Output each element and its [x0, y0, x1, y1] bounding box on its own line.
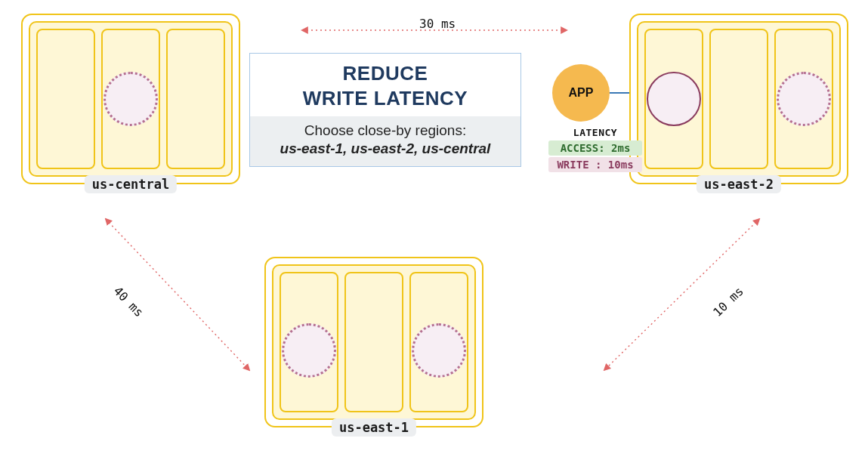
- slot: [101, 29, 160, 169]
- region-us-east-1: us-east-1: [264, 257, 483, 427]
- replica-dotted-icon: [103, 72, 158, 126]
- slot: [709, 29, 768, 169]
- replica-dotted-icon: [282, 323, 336, 378]
- region-label: us-east-1: [332, 418, 416, 437]
- app-node: APP: [552, 64, 610, 122]
- slot: [644, 29, 703, 169]
- slot: [166, 29, 225, 169]
- latency-right: 10 ms: [710, 284, 746, 319]
- slot: [344, 272, 403, 412]
- latency-top: 30 ms: [419, 17, 456, 31]
- title-line-2: WRITE LATENCY: [303, 87, 468, 110]
- latency-block: LATENCY ACCESS: 2ms WRITE : 10ms: [548, 127, 642, 174]
- region-inner: [637, 21, 841, 177]
- region-label: us-central: [85, 175, 177, 193]
- slot: [409, 272, 468, 412]
- subtitle-regions: us-east-1, us-east-2, us-central: [258, 140, 513, 157]
- region-label: us-east-2: [697, 175, 781, 193]
- slot: [774, 29, 833, 169]
- slot: [280, 272, 338, 412]
- region-us-east-2: us-east-2: [629, 14, 848, 184]
- info-title: REDUCE WRITE LATENCY: [250, 54, 520, 116]
- latency-write-row: WRITE : 10ms: [548, 157, 642, 172]
- latency-access-row: ACCESS: 2ms: [548, 140, 642, 156]
- region-inner: [29, 21, 233, 177]
- info-subtitle: Choose close-by regions: us-east-1, us-e…: [250, 116, 520, 166]
- latency-heading: LATENCY: [548, 127, 642, 138]
- info-box: REDUCE WRITE LATENCY Choose close-by reg…: [249, 53, 521, 167]
- slot: [36, 29, 95, 169]
- title-line-1: REDUCE: [343, 62, 428, 85]
- replica-dotted-icon: [777, 72, 831, 126]
- subtitle-lead: Choose close-by regions:: [304, 122, 466, 138]
- app-label: APP: [569, 86, 594, 100]
- region-us-central: us-central: [21, 14, 240, 184]
- latency-left: 40 ms: [111, 284, 147, 320]
- replica-leader-icon: [647, 72, 701, 126]
- replica-dotted-icon: [412, 323, 466, 378]
- region-inner: [272, 264, 476, 420]
